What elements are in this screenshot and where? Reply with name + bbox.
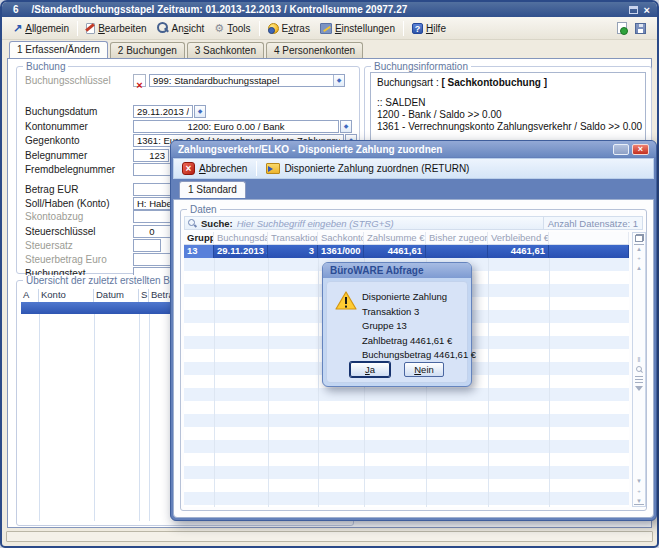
field-row-kontonummer: Kontonummer bbox=[25, 119, 357, 133]
menu-separator bbox=[403, 21, 404, 36]
buchungsschluessel-combo bbox=[149, 74, 345, 87]
fremdbelegnummer-label: Fremdbelegnummer bbox=[25, 164, 133, 175]
menu-label: Hilfe bbox=[426, 23, 446, 34]
buchungsdatum-label: Buchungsdatum bbox=[25, 106, 133, 117]
tab-buchungen[interactable]: 2 Buchungen bbox=[110, 42, 185, 58]
message-line: Disponierte Zahlung bbox=[362, 291, 476, 306]
close-icon[interactable]: × bbox=[644, 5, 650, 15]
zuordnen-button[interactable]: Disponierte Zahlung zuordnen (RETURN) bbox=[262, 162, 473, 175]
ja-button[interactable]: Ja bbox=[350, 362, 390, 377]
col-header-buchungsdatum[interactable]: Buchungsdatum bbox=[214, 232, 268, 244]
col-header-filler bbox=[549, 232, 629, 244]
insert-row-icon[interactable]: + bbox=[634, 487, 644, 495]
add-row-icon[interactable]: + bbox=[634, 254, 644, 262]
buchungsschluessel-label: Buchungsschlüssel bbox=[25, 75, 133, 86]
scroll-down-icon[interactable]: ▼ bbox=[634, 477, 644, 485]
buchungsdatum-input[interactable] bbox=[133, 105, 193, 118]
label-part: a bbox=[370, 364, 375, 375]
col-header-a[interactable]: A bbox=[21, 289, 39, 302]
dialog-toolbar: Abbrechen Disponierte Zahlung zuordnen (… bbox=[173, 158, 654, 179]
buchungsart-value: [ Sachkontobuchung ] bbox=[442, 77, 548, 88]
splitter-icon[interactable] bbox=[634, 356, 644, 364]
steuerschluessel-input[interactable] bbox=[133, 225, 171, 238]
steuersatz-input[interactable] bbox=[133, 239, 161, 252]
menu-allgemein[interactable]: Allgemein bbox=[8, 21, 74, 36]
toolbar-separator bbox=[256, 161, 257, 176]
abbrechen-button[interactable]: Abbrechen bbox=[178, 161, 251, 176]
button-label: Disponierte Zahlung zuordnen (RETURN) bbox=[284, 163, 469, 174]
new-document-icon[interactable] bbox=[617, 22, 627, 34]
col-header-sachkonto[interactable]: Sachkonto bbox=[318, 232, 364, 244]
restore-icon[interactable] bbox=[613, 144, 629, 155]
clear-icon[interactable] bbox=[133, 74, 146, 87]
scroll-to-bottom-icon[interactable]: ▼ bbox=[634, 497, 644, 505]
group-legend: Buchung bbox=[23, 61, 68, 72]
message-line: Transaktion 3 bbox=[362, 306, 476, 321]
label-part: E bbox=[335, 23, 342, 34]
menu-ansicht[interactable]: Ansicht bbox=[152, 20, 210, 36]
dropdown-icon[interactable] bbox=[333, 75, 344, 86]
dialog-controls bbox=[613, 144, 649, 155]
menu-einstellungen[interactable]: Einstellungen bbox=[315, 21, 400, 36]
copy-rows-icon[interactable] bbox=[635, 234, 644, 242]
menu-label: Bearbeiten bbox=[98, 23, 146, 34]
belegnummer-input[interactable] bbox=[133, 149, 169, 162]
search-input[interactable] bbox=[237, 218, 539, 229]
col-header-zahlsumme[interactable]: Zahlsumme € bbox=[364, 232, 426, 244]
menu-extras[interactable]: Extras bbox=[263, 21, 315, 36]
saldo-line: 1361 - Verrechnungskonto Zahlungsverkehr… bbox=[377, 121, 639, 133]
tab-erfassen-aendern[interactable]: 1 Erfassen/Ändern bbox=[9, 41, 108, 58]
cell-transaktion: 3 bbox=[268, 245, 318, 258]
dropdown-icon[interactable] bbox=[194, 105, 206, 118]
assign-payment-icon bbox=[266, 163, 280, 174]
kontonummer-input[interactable] bbox=[133, 120, 339, 133]
nein-button[interactable]: Nein bbox=[404, 362, 444, 377]
search-icon bbox=[188, 219, 197, 228]
record-count: Anzahl Datensätze: 1 bbox=[543, 217, 642, 229]
window-controls: × bbox=[629, 5, 650, 15]
col-header-verbleibend[interactable]: Verbleibend € bbox=[488, 232, 549, 244]
zoom-icon[interactable] bbox=[634, 366, 644, 374]
warning-icon bbox=[335, 291, 357, 314]
menu-bearbeiten[interactable]: Bearbeiten bbox=[81, 21, 151, 36]
bueroware-abfrage-popup: BüroWARE Abfrage Disponierte Zahlung Tra… bbox=[322, 262, 472, 387]
popup-buttons: Ja Nein bbox=[327, 362, 467, 377]
scroll-to-top-icon[interactable]: ▲ bbox=[634, 244, 644, 252]
col-header-s[interactable]: S bbox=[139, 289, 149, 302]
tab-standard[interactable]: 1 Standard bbox=[179, 181, 246, 198]
col-header-datum[interactable]: Datum bbox=[94, 289, 139, 302]
salden-header: :: SALDEN bbox=[377, 97, 639, 109]
main-tabstrip: 1 Erfassen/Ändern 2 Buchungen 3 Sachkont… bbox=[9, 41, 651, 58]
menu-tools[interactable]: Tools bbox=[209, 21, 255, 36]
close-icon[interactable] bbox=[632, 144, 649, 155]
selected-payment-row[interactable]: 13 29.11.2013 /Fr 3 1361/000 4461,61 446… bbox=[184, 245, 629, 258]
col-header-konto[interactable]: Konto bbox=[39, 289, 94, 302]
button-label: Nein bbox=[414, 364, 434, 375]
restore-icon[interactable] bbox=[629, 6, 638, 14]
label-part: ein bbox=[421, 364, 434, 375]
menu-label: Extras bbox=[282, 23, 310, 34]
col-header-bisher[interactable]: Bisher zugeordnet bbox=[426, 232, 488, 244]
popup-title: BüroWARE Abfrage bbox=[330, 265, 424, 276]
col-header-transaktion[interactable]: Transaktion bbox=[268, 232, 318, 244]
menu-hilfe[interactable]: Hilfe bbox=[407, 21, 451, 36]
col-header-gruppe[interactable]: Gruppe bbox=[184, 232, 214, 244]
cell-buchungsdatum: 29.11.2013 /Fr bbox=[214, 245, 268, 258]
scroll-up-icon[interactable]: ▲ bbox=[634, 264, 644, 272]
cell-sachkonto: 1361/000 bbox=[318, 245, 364, 258]
table-side-toolbar: ▲ + ▲ ▼ + ▼ bbox=[632, 232, 646, 507]
buchungsinformation-group: Buchungsinformation Buchungsart : [ Sach… bbox=[364, 66, 652, 148]
tab-sachkonten[interactable]: 3 Sachkonten bbox=[187, 42, 264, 58]
save-icon[interactable] bbox=[635, 23, 646, 34]
dropdown-icon[interactable] bbox=[340, 120, 352, 133]
buchungsschluessel-input[interactable] bbox=[149, 74, 345, 87]
tab-personenkonten[interactable]: 4 Personenkonten bbox=[266, 42, 363, 58]
filter-icon[interactable] bbox=[634, 385, 644, 393]
toolbar-right bbox=[617, 22, 651, 34]
table-header-row: Gruppe Buchungsdatum Transaktion Sachkon… bbox=[184, 232, 629, 245]
buchungsinformation-panel: Buchungsart : [ Sachkontobuchung ] :: SA… bbox=[370, 72, 646, 142]
steuerschluessel-label: Steuerschlüssel bbox=[25, 226, 133, 237]
list-icon[interactable] bbox=[635, 376, 643, 383]
label-part: B bbox=[98, 23, 105, 34]
edit-icon bbox=[86, 23, 95, 34]
